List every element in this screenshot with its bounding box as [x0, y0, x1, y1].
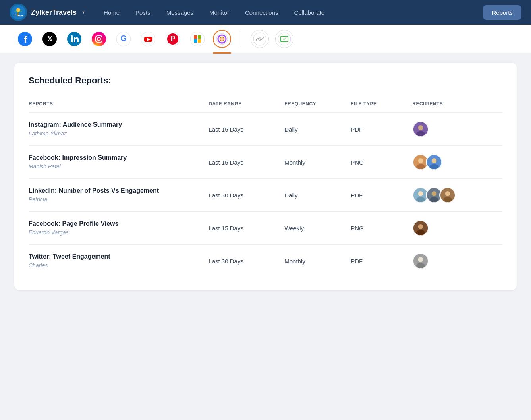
table-row: Facebook: Page Profile ViewsEduardo Varg…	[29, 212, 502, 245]
svg-point-46	[432, 158, 437, 163]
svg-point-22	[190, 32, 205, 46]
report-name: Instagram: Audience Summary	[29, 121, 202, 128]
report-date-range: Last 15 Days	[209, 146, 284, 179]
svg-point-42	[418, 158, 423, 163]
nav-monitor[interactable]: Monitor	[203, 6, 236, 19]
brand-dropdown-icon[interactable]: ▾	[82, 10, 85, 15]
social-pinterest[interactable]: P	[164, 30, 182, 48]
report-file-type: PDF	[351, 245, 412, 278]
svg-point-13	[101, 36, 102, 37]
report-creator: Eduardo Vargas	[29, 229, 69, 236]
social-extra2[interactable]: ✓	[275, 30, 293, 48]
report-recipients	[412, 146, 502, 179]
report-name: LinkedIn: Number of Posts Vs Engagement	[29, 187, 202, 194]
report-name: Twitter: Tweet Engagement	[29, 253, 202, 260]
report-recipients	[412, 212, 502, 245]
svg-text:𝕏: 𝕏	[47, 35, 52, 42]
svg-text:G: G	[120, 34, 127, 43]
nav-links: Home Posts Messages Monitor Connections …	[97, 6, 483, 19]
navbar: ZylkerTravels ▾ Home Posts Messages Moni…	[0, 0, 531, 25]
social-youtube[interactable]	[139, 30, 157, 48]
social-instagram[interactable]	[90, 30, 108, 48]
page-title: Scheduled Reports:	[29, 75, 502, 86]
svg-rect-25	[194, 39, 197, 43]
report-date-range: Last 30 Days	[209, 179, 284, 212]
report-date-range: Last 30 Days	[209, 245, 284, 278]
report-creator: Petricia	[29, 196, 47, 203]
report-frequency: Weekly	[284, 212, 351, 245]
col-recipients: RECIPIENTS	[412, 97, 502, 112]
report-recipients	[412, 112, 502, 146]
report-name: Facebook: Page Profile Views	[29, 220, 202, 227]
svg-point-58	[445, 191, 450, 196]
avatar	[412, 220, 429, 236]
reports-table: REPORTS DATE RANGE FREQUENCY FILE TYPE R…	[29, 97, 502, 277]
svg-point-38	[418, 125, 423, 130]
reports-card: Scheduled Reports: REPORTS DATE RANGE FR…	[14, 63, 517, 290]
svg-point-62	[418, 224, 423, 229]
nav-messages[interactable]: Messages	[160, 6, 200, 19]
social-google[interactable]: G	[114, 30, 133, 48]
report-recipients	[412, 179, 502, 212]
report-date-range: Last 15 Days	[209, 112, 284, 146]
report-creator: Charles	[29, 262, 48, 269]
social-extra1[interactable]	[251, 30, 269, 48]
report-creator: Manish Patel	[29, 163, 61, 170]
table-row: Facebook: Impression SummaryManish Patel…	[29, 146, 502, 179]
table-row: LinkedIn: Number of Posts Vs EngagementP…	[29, 179, 502, 212]
svg-rect-23	[194, 35, 197, 39]
report-recipients	[412, 245, 502, 278]
social-microsoft[interactable]	[188, 30, 207, 48]
social-zoho-active-wrap	[213, 30, 231, 48]
main-content: Scheduled Reports: REPORTS DATE RANGE FR…	[0, 53, 531, 300]
avatar	[412, 121, 429, 137]
report-name: Facebook: Impression Summary	[29, 154, 202, 161]
social-linkedin[interactable]	[65, 30, 83, 48]
report-file-type: PDF	[351, 179, 412, 212]
svg-text:P: P	[170, 34, 175, 43]
social-facebook[interactable]	[16, 30, 34, 48]
table-row: Twitter: Tweet EngagementCharlesLast 30 …	[29, 245, 502, 278]
social-bar: 𝕏 G	[0, 25, 531, 53]
table-row: Instagram: Audience SummaryFathima Yilma…	[29, 112, 502, 146]
svg-rect-26	[198, 39, 201, 43]
report-file-type: PNG	[351, 146, 412, 179]
table-header-row: REPORTS DATE RANGE FREQUENCY FILE TYPE R…	[29, 97, 502, 112]
nav-collaborate[interactable]: Collaborate	[288, 6, 331, 19]
nav-reports-button[interactable]: Reports	[483, 5, 521, 20]
report-frequency: Daily	[284, 179, 351, 212]
social-twitter[interactable]: 𝕏	[41, 30, 59, 48]
col-frequency: FREQUENCY	[284, 97, 351, 112]
report-frequency: Daily	[284, 112, 351, 146]
svg-rect-24	[198, 35, 201, 39]
col-date-range: DATE RANGE	[209, 97, 284, 112]
svg-point-10	[92, 32, 106, 46]
svg-point-50	[418, 191, 423, 196]
report-creator: Fathima Yilmaz	[29, 130, 67, 137]
social-divider	[241, 31, 241, 47]
svg-point-54	[432, 191, 437, 196]
avatar	[426, 154, 442, 170]
active-social-underline	[213, 52, 231, 54]
col-reports: REPORTS	[29, 97, 209, 112]
avatar	[412, 253, 429, 269]
social-zoho-active[interactable]	[213, 30, 231, 48]
brand-logo	[10, 4, 27, 21]
col-file-type: FILE TYPE	[351, 97, 412, 112]
report-frequency: Monthly	[284, 245, 351, 278]
svg-point-9	[71, 35, 73, 37]
nav-connections[interactable]: Connections	[239, 6, 284, 19]
svg-text:✓: ✓	[283, 37, 286, 41]
report-frequency: Monthly	[284, 146, 351, 179]
svg-point-31	[221, 38, 223, 40]
nav-posts[interactable]: Posts	[129, 6, 157, 19]
brand-name: ZylkerTravels	[31, 8, 77, 17]
report-file-type: PDF	[351, 112, 412, 146]
avatar	[439, 187, 456, 203]
svg-point-66	[418, 257, 423, 262]
svg-rect-8	[71, 37, 73, 42]
report-file-type: PNG	[351, 212, 412, 245]
brand[interactable]: ZylkerTravels ▾	[10, 4, 85, 21]
report-date-range: Last 15 Days	[209, 212, 284, 245]
nav-home[interactable]: Home	[97, 6, 126, 19]
